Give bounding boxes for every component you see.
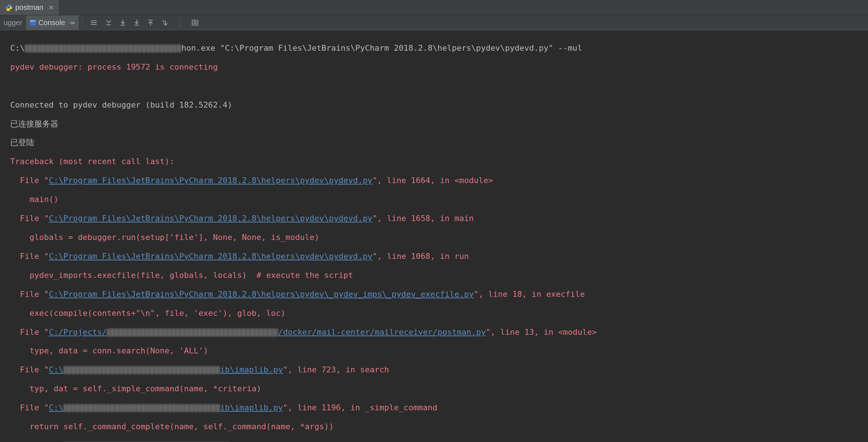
toolbar-separator <box>180 18 180 27</box>
console-line: 已连接服务器 <box>10 119 868 129</box>
traceback-frame: File "C:\Program Files\JetBrains\PyCharm… <box>10 290 868 299</box>
editor-tabbar: postman ✕ <box>0 0 868 15</box>
close-icon[interactable]: ✕ <box>48 4 54 12</box>
traceback-frame: File "C:\ib\imaplib.py", line 1196, in _… <box>10 403 868 412</box>
file-link[interactable]: C:\ib\imaplib.py <box>49 403 283 412</box>
traceback-frame: File "C:\Program Files\JetBrains\PyCharm… <box>10 214 868 223</box>
traceback-frame: File "C:\Program Files\JetBrains\PyCharm… <box>10 176 868 185</box>
traceback-code: main() <box>10 195 868 204</box>
python-file-icon <box>5 4 12 11</box>
console-output[interactable]: C:\hon.exe "C:\Program Files\JetBrains\P… <box>0 30 868 442</box>
traceback-code: pydev_imports.execfile(file, globals, lo… <box>10 271 868 280</box>
console-line <box>10 81 868 91</box>
upload-icon[interactable] <box>148 19 153 26</box>
table-icon[interactable] <box>192 20 198 26</box>
traceback-code: type, data = conn.search(None, 'ALL') <box>10 346 868 356</box>
traceback-code: typ, dat = self._simple_command(name, *c… <box>10 384 868 393</box>
soft-wrap-icon[interactable] <box>90 20 97 26</box>
debug-toolbar: ugger Console ↠ <box>0 15 868 30</box>
traceback-code: globals = debugger.run(setup['file'], No… <box>10 233 868 242</box>
file-link[interactable]: C:\Program Files\JetBrains\PyCharm 2018.… <box>49 252 372 261</box>
file-link[interactable]: C:\Program Files\JetBrains\PyCharm 2018.… <box>49 214 372 223</box>
download-icon[interactable] <box>120 19 126 26</box>
traceback-code: return self._command_complete(name, self… <box>10 422 868 431</box>
console-line: 已登陆 <box>10 138 868 147</box>
pin-icon[interactable]: ↠ <box>69 18 75 27</box>
toolbar-separator <box>82 18 83 27</box>
tab-postman[interactable]: postman ✕ <box>0 0 59 15</box>
file-link[interactable]: C:\Program Files\JetBrains\PyCharm 2018.… <box>49 290 474 299</box>
scroll-to-end-icon[interactable] <box>105 19 112 26</box>
console-icon <box>30 20 36 26</box>
traceback-header: Traceback (most recent call last): <box>10 157 868 166</box>
console-line: Connected to pydev debugger (build 182.5… <box>10 100 868 110</box>
file-link[interactable]: C:\Program Files\JetBrains\PyCharm 2018.… <box>49 176 372 185</box>
svg-rect-1 <box>30 20 35 22</box>
traceback-frame: File "C:/Projects//docker/mail-center/ma… <box>10 327 868 337</box>
tab-console[interactable]: Console ↠ <box>26 15 78 30</box>
console-line: C:\hon.exe "C:\Program Files\JetBrains\P… <box>10 43 868 53</box>
download2-icon[interactable] <box>134 19 140 26</box>
step-into-icon[interactable] <box>161 19 168 26</box>
tab-title: postman <box>15 3 43 12</box>
file-link[interactable]: C:/Projects//docker/mail-center/mailrece… <box>49 327 486 337</box>
console-line: pydev debugger: process 19572 is connect… <box>10 62 868 72</box>
traceback-frame: File "C:\ib\imaplib.py", line 723, in se… <box>10 365 868 375</box>
file-link[interactable]: C:\ib\imaplib.py <box>49 365 283 374</box>
tab-debugger[interactable]: ugger <box>0 15 26 30</box>
traceback-frame: File "C:\Program Files\JetBrains\PyCharm… <box>10 252 868 261</box>
traceback-code: exec(compile(contents+"\n", file, 'exec'… <box>10 309 868 318</box>
